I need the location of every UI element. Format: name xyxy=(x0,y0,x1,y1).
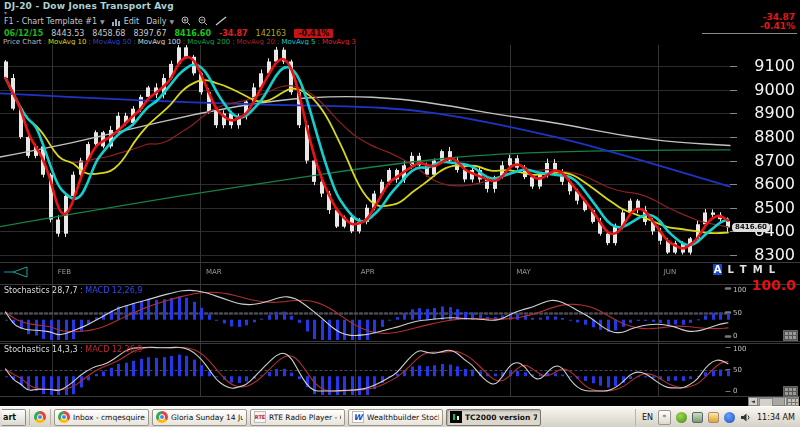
quote-date: 06/12/15 xyxy=(4,29,43,38)
period-label: Daily xyxy=(146,17,166,26)
chevron-down-icon: ▼ xyxy=(169,18,174,25)
task-label: Wealthbuilder Stock M... xyxy=(367,413,439,422)
change-summary: -34.87 -0.41% xyxy=(760,13,795,31)
quote-volume: 142163 xyxy=(256,29,287,38)
zoom-preset-buttons: ALTML xyxy=(713,264,776,275)
rte-icon: RTÉ xyxy=(254,411,266,423)
axis-top-divider xyxy=(702,33,797,34)
zoom-preset-l-4[interactable]: L xyxy=(768,264,776,275)
task-label: Gloria Sunday 14 June 2... xyxy=(171,413,243,422)
panel2-scale-0: 0 xyxy=(733,388,737,395)
system-tray: EN « 11:34 AM xyxy=(635,409,798,426)
panel2-datasheet-icon[interactable] xyxy=(783,386,798,397)
template-label: F1 - Chart Template #1 xyxy=(4,17,97,26)
change-percent: -0.41% xyxy=(760,22,795,31)
chart-marker-flag-icon[interactable] xyxy=(4,265,30,278)
y-axis-label-8800: 8800 xyxy=(725,128,795,146)
tray-app-icon-2[interactable] xyxy=(692,412,703,423)
quote-close: 8416.60 xyxy=(175,29,211,38)
panel1-scale-50: 50 xyxy=(733,310,742,317)
edit-label: Edit xyxy=(124,17,140,26)
chart-toolbar: F1 - Chart Template #1 ▼ Edit Daily ▼ xyxy=(4,15,227,27)
clock: 11:34 AM xyxy=(757,413,795,422)
quote-low: 8397.67 xyxy=(133,29,166,38)
zoom-preset-m-3[interactable]: M xyxy=(752,264,764,275)
task-button-wealthbuilder[interactable]: WWealthbuilder Stock M... xyxy=(348,409,443,426)
y-axis-label-9100: 9100 xyxy=(725,57,795,75)
panel2-scale-100: 100 xyxy=(733,346,746,353)
magnifier-plus-icon xyxy=(181,16,191,26)
start-button[interactable]: art xyxy=(2,409,26,426)
y-axis-label-8600: 8600 xyxy=(725,175,795,193)
month-label-jun: JUN xyxy=(664,268,676,276)
period-selector[interactable]: Daily ▼ xyxy=(146,17,174,26)
tray-expand-chevron[interactable]: « xyxy=(658,410,671,425)
y-axis-label-8500: 8500 xyxy=(725,199,795,217)
bar-chart-icon xyxy=(112,17,121,26)
symbol-title: DJ-20 - Dow Jones Transport Avg xyxy=(4,1,174,11)
quote-high: 8458.68 xyxy=(92,29,125,38)
tc2000-application-window: DJ-20 - Dow Jones Transport Avg ▾ -34.87… xyxy=(0,0,800,427)
tray-app-icon-1[interactable] xyxy=(676,412,687,423)
panel1-scale-0: 0 xyxy=(733,333,737,340)
month-label-apr: APR xyxy=(361,268,375,276)
magnifier-minus-icon xyxy=(198,16,208,26)
task-button-tc2000[interactable]: TC2000 version 7 Gol... xyxy=(446,409,541,426)
last-price-tag: 8416.60 xyxy=(732,223,770,232)
chrome-icon[interactable] xyxy=(34,411,46,423)
chevron-down-icon: ▼ xyxy=(100,18,105,25)
panel2-label: Stochastics 14,3,3 : MACD 12,26,9 xyxy=(4,345,142,354)
resize-grip-icon[interactable] xyxy=(786,397,799,406)
stochastics-label[interactable]: Stochastics 28,7,7 xyxy=(4,286,78,295)
zoom-preset-l-1[interactable]: L xyxy=(726,264,734,275)
panel1-scale-100: 100 xyxy=(733,287,746,294)
zoom-out-button[interactable] xyxy=(198,16,208,26)
task-button-rte[interactable]: RTÉRTE Radio Player - Glor... xyxy=(250,409,345,426)
chart-title-bar: DJ-20 - Dow Jones Transport Avg ▾ xyxy=(0,0,800,13)
y-axis-label-8700: 8700 xyxy=(725,152,795,170)
task-label: TC2000 version 7 Gol... xyxy=(465,413,537,422)
y-axis-label-8300: 8300 xyxy=(725,246,795,264)
task-button-gloria[interactable]: Gloria Sunday 14 June 2... xyxy=(152,409,247,426)
speaker-icon[interactable] xyxy=(740,412,752,423)
quote-open: 8443.53 xyxy=(51,29,84,38)
wealthbuilder-icon: W xyxy=(352,411,364,423)
percent-change-badge: -0.41% xyxy=(294,29,333,38)
tray-app-icon-3[interactable] xyxy=(708,412,719,423)
task-button-inbox[interactable]: Inbox - cmqesquire@g... xyxy=(54,409,149,426)
y-axis-label-8900: 8900 xyxy=(725,104,795,122)
zoom-preset-t-2[interactable]: T xyxy=(739,264,748,275)
quote-change: -34.87 xyxy=(219,29,248,38)
quote-row: 06/12/15 8443.53 8458.68 8397.67 8416.60… xyxy=(4,28,333,38)
y-axis-label-9000: 9000 xyxy=(725,81,795,99)
draw-line-tool[interactable] xyxy=(215,16,227,26)
chrome-icon xyxy=(58,411,70,423)
quick-launch-area xyxy=(29,409,51,425)
zoom-preset-a-0[interactable]: A xyxy=(713,264,723,275)
pencil-line-icon xyxy=(215,16,227,26)
tc2000-icon xyxy=(450,411,462,423)
tray-network-icon[interactable] xyxy=(724,412,735,423)
stochastics-label[interactable]: Stochastics 14,3,3 xyxy=(4,345,78,354)
task-buttons: Inbox - cmqesquire@g...Gloria Sunday 14 … xyxy=(54,409,541,426)
panel2-scale-50: 50 xyxy=(733,367,742,374)
month-label-may: MAY xyxy=(516,268,531,276)
panel1-label: Stochastics 28,7,7 : MACD 12,26,9 xyxy=(4,286,142,295)
zoom-in-button[interactable] xyxy=(181,16,191,26)
edit-button[interactable]: Edit xyxy=(112,17,140,26)
macd-label[interactable]: MACD 12,26,9 xyxy=(85,286,142,295)
stochastic-value-readout: 100.0 xyxy=(752,277,796,293)
task-label: RTE Radio Player - Glor... xyxy=(269,413,341,422)
chart-scroll-strip: ◄ ► xyxy=(0,397,800,406)
panel1-datasheet-icon[interactable] xyxy=(783,330,798,341)
task-label: Inbox - cmqesquire@g... xyxy=(73,413,145,422)
chrome-icon xyxy=(156,411,168,423)
scroll-left-button[interactable]: ◄ xyxy=(748,397,758,406)
template-selector[interactable]: F1 - Chart Template #1 ▼ xyxy=(4,17,105,26)
month-label-feb: FEB xyxy=(58,268,71,276)
month-label-mar: MAR xyxy=(206,268,222,276)
macd-label[interactable]: MACD 12,26,9 xyxy=(85,345,142,354)
windows-taskbar: art Inbox - cmqesquire@g...Gloria Sunday… xyxy=(0,406,800,427)
scroll-track[interactable] xyxy=(758,397,784,406)
language-indicator[interactable]: EN xyxy=(642,413,653,422)
